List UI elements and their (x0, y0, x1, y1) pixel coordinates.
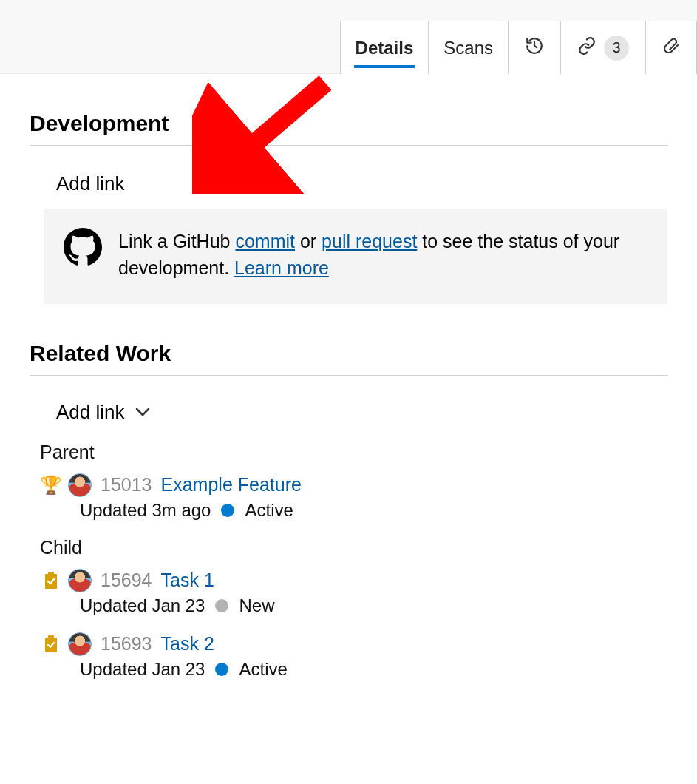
chevron-down-icon (135, 402, 150, 422)
task-icon (43, 635, 59, 653)
gh-text-prefix: Link a GitHub (118, 231, 235, 251)
task-icon (43, 572, 59, 589)
work-item-updated: Updated Jan 23 (80, 659, 205, 680)
work-item-title[interactable]: Task 2 (161, 633, 214, 655)
related-work-section: Related Work Add link Parent 🏆 15013 Exa… (0, 304, 697, 693)
links-count-badge: 3 (604, 36, 629, 61)
state-dot-icon (215, 663, 228, 676)
history-icon (525, 36, 544, 60)
work-item-state: Active (239, 659, 287, 680)
work-item-state: New (239, 595, 274, 616)
tab-attachments[interactable] (646, 21, 697, 74)
link-icon (577, 36, 596, 60)
work-item-id: 15013 (101, 474, 152, 496)
feature-icon: 🏆 (43, 475, 59, 496)
svg-rect-4 (48, 635, 54, 639)
svg-rect-2 (48, 572, 54, 575)
avatar (68, 473, 92, 497)
github-commit-link[interactable]: commit (235, 231, 295, 251)
state-dot-icon (215, 599, 228, 612)
parent-label: Parent (30, 439, 667, 470)
child-work-item[interactable]: 15694 Task 1 Updated Jan 23 New (30, 566, 667, 629)
divider (30, 375, 667, 376)
work-item-state: Active (245, 500, 293, 521)
work-item-topbar: Details Scans (0, 0, 697, 74)
github-icon (64, 228, 102, 282)
svg-rect-3 (45, 638, 57, 652)
work-item-title[interactable]: Task 1 (161, 570, 214, 591)
divider (30, 145, 667, 146)
development-add-link[interactable]: Add link (30, 168, 667, 209)
github-pr-link[interactable]: pull request (322, 231, 417, 251)
avatar (68, 632, 92, 656)
tab-history[interactable] (509, 21, 561, 74)
tabstrip: Details Scans (340, 21, 697, 73)
related-header: Related Work (30, 304, 667, 375)
work-item-row: 15694 Task 1 (43, 569, 667, 592)
work-item-row: 15693 Task 2 (43, 632, 667, 656)
gh-text-or: or (295, 231, 322, 251)
child-work-item[interactable]: 15693 Task 2 Updated Jan 23 Active (30, 629, 667, 693)
work-item-meta: Updated 3m ago Active (43, 497, 667, 521)
svg-rect-1 (45, 574, 57, 589)
development-section: Development Add link Link a GitHub commi… (0, 74, 697, 304)
tab-scans-label: Scans (443, 38, 493, 58)
work-item-updated: Updated Jan 23 (80, 595, 205, 616)
work-item-meta: Updated Jan 23 New (43, 592, 667, 616)
tab-links[interactable]: 3 (561, 21, 646, 74)
work-item-id: 15694 (101, 570, 152, 591)
github-link-panel: Link a GitHub commit or pull request to … (44, 209, 667, 304)
tab-scans[interactable]: Scans (429, 21, 509, 74)
related-add-link-label: Add link (56, 401, 125, 424)
child-label: Child (30, 534, 667, 566)
work-item-title[interactable]: Example Feature (161, 474, 302, 496)
work-item-row: 🏆 15013 Example Feature (43, 473, 667, 497)
state-dot-icon (221, 504, 234, 517)
development-add-link-label: Add link (56, 172, 125, 195)
development-header: Development (30, 74, 667, 145)
work-item-meta: Updated Jan 23 Active (43, 656, 667, 680)
parent-work-item[interactable]: 🏆 15013 Example Feature Updated 3m ago A… (30, 470, 667, 534)
github-panel-text: Link a GitHub commit or pull request to … (118, 228, 645, 282)
avatar (68, 569, 92, 592)
related-add-link[interactable]: Add link (30, 398, 667, 439)
tab-details[interactable]: Details (340, 21, 429, 74)
work-item-updated: Updated 3m ago (80, 500, 211, 521)
work-item-id: 15693 (101, 633, 152, 655)
attachment-icon (662, 36, 680, 61)
github-learn-more-link[interactable]: Learn more (234, 257, 329, 278)
tab-details-label: Details (356, 38, 414, 58)
